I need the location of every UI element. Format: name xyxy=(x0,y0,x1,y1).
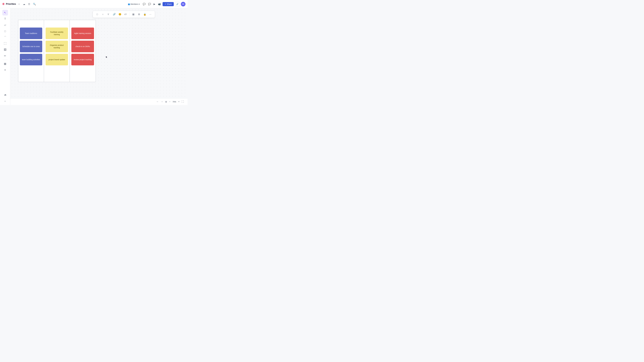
floating-toolbar: □ ○ T↑ 🔗 😊 🏷 ▦ ⊞ 🔒 ··· xyxy=(93,11,155,18)
share-button[interactable]: ↗ Share xyxy=(162,2,174,6)
cloud-icon: ☁ xyxy=(4,93,6,96)
presentation-button[interactable]: 💬 xyxy=(147,2,152,6)
sidebar-bottom: ☁ ⌄ xyxy=(2,92,8,103)
sidebar-tool-sticky[interactable]: ▱ xyxy=(2,22,8,28)
history-button[interactable]: ☁ xyxy=(22,2,26,6)
card-review-tracking[interactable]: review project tracking xyxy=(71,54,94,65)
play-button[interactable]: ▶ xyxy=(153,2,156,6)
sidebar-tool-image[interactable]: 🖼 xyxy=(2,47,8,52)
card-checkin-okrs[interactable]: check-in on OKRs xyxy=(71,41,94,52)
canvas[interactable]: □ ○ T↑ 🔗 😊 🏷 ▦ ⊞ 🔒 ··· xyxy=(10,8,188,105)
frame-icon: □ xyxy=(4,30,6,33)
zoom-control: − 75% + xyxy=(168,100,180,104)
comment-icon: 💬 xyxy=(143,3,146,5)
history-icon: ☁ xyxy=(23,3,25,5)
video-icon: 📹 xyxy=(158,3,161,5)
cursor xyxy=(106,56,108,58)
card-facilitate-weekly[interactable]: Facilitate weekly training xyxy=(46,27,68,39)
toolbar-lock[interactable]: 🔒 xyxy=(142,12,147,16)
card-team-traditions[interactable]: Team traditions xyxy=(20,27,42,39)
sidebar-tool-text[interactable]: T xyxy=(2,16,8,22)
kanban-column-1: Team traditions Schedule one to ones tea… xyxy=(18,20,44,82)
card-agile-training[interactable]: Agile training session xyxy=(71,27,94,39)
lock-icon: 🔒 xyxy=(143,13,146,16)
app-title: Priorities xyxy=(6,3,16,5)
crop-icon: ⛶ xyxy=(4,42,6,45)
column-1-header xyxy=(20,22,42,26)
header: ✳ Priorities ☆ ☁ ☰ 🔍 👥 Members ▾ 💬 💬 ▶ xyxy=(0,0,188,8)
table-icon: ▦ xyxy=(4,62,6,65)
presentation-icon: 💬 xyxy=(148,3,151,5)
zoom-plus-button[interactable]: + xyxy=(178,100,180,104)
toolbar-circle[interactable]: ○ xyxy=(100,12,105,16)
avatar[interactable]: CK xyxy=(181,2,186,6)
star-icon: ☆ xyxy=(18,3,20,5)
toolbar-rectangle[interactable]: □ xyxy=(95,12,100,16)
sidebar-tool-pen[interactable]: ✏ xyxy=(2,53,8,59)
fullscreen-button[interactable]: ⛶ xyxy=(181,100,184,104)
tag-icon: 🏷 xyxy=(124,13,127,16)
redo-button[interactable]: → xyxy=(160,100,164,104)
kanban-board: Team traditions Schedule one to ones tea… xyxy=(18,20,96,82)
toolbar-text[interactable]: T↑ xyxy=(106,12,111,16)
video-button[interactable]: 📹 xyxy=(157,2,162,6)
sidebar-tool-frame[interactable]: □ xyxy=(2,28,8,34)
redo-icon: → xyxy=(161,100,163,103)
emoji-icon: 😊 xyxy=(118,13,121,16)
column-3-header xyxy=(71,22,94,26)
more-icon: ··· xyxy=(150,13,151,16)
grid-icon: ▦ xyxy=(132,13,134,16)
undo-icon: ← xyxy=(156,100,159,103)
toolbar-more[interactable]: ··· xyxy=(148,12,153,16)
toolbar-link[interactable]: 🔗 xyxy=(112,12,116,16)
link-tool-icon: 🔗 xyxy=(113,13,116,16)
pen-icon: ✏ xyxy=(4,54,6,57)
home-view-button[interactable]: ⊕ xyxy=(164,100,168,104)
sticky-icon: ▱ xyxy=(4,23,6,26)
select-icon: ↖ xyxy=(4,11,6,14)
comment-button[interactable]: 💬 xyxy=(142,2,146,6)
zoom-level: 75% xyxy=(172,101,177,103)
avatar-initials: CK xyxy=(182,3,184,5)
header-right: 👥 Members ▾ 💬 💬 ▶ 📹 ↗ Share 🔗 CK xyxy=(126,2,186,6)
members-chevron-icon: ▾ xyxy=(139,3,140,5)
star-button[interactable]: ☆ xyxy=(17,2,21,6)
members-button[interactable]: 👥 Members ▾ xyxy=(126,2,141,6)
toolbar-tag[interactable]: 🏷 xyxy=(123,12,128,16)
toolbar-emoji[interactable]: 😊 xyxy=(118,12,122,16)
collapse-icon: ⌄ xyxy=(4,99,6,102)
sidebar-tool-table[interactable]: ▦ xyxy=(2,61,8,66)
search-icon: 🔍 xyxy=(33,3,36,5)
undo-button[interactable]: ← xyxy=(156,100,159,104)
menu-button[interactable]: ☰ xyxy=(27,2,31,6)
link-icon: 🔗 xyxy=(176,3,178,5)
sidebar-tool-collapse[interactable]: ⌄ xyxy=(2,98,8,103)
card-organize-backlog[interactable]: Organize product backlog xyxy=(46,41,68,52)
card-team-building[interactable]: team building activities xyxy=(20,54,42,65)
bottom-bar: ← → ⊕ − 75% + ⛶ xyxy=(10,98,188,105)
sidebar-tool-cloud[interactable]: ☁ xyxy=(2,92,8,97)
sidebar-tool-select[interactable]: ↖ xyxy=(2,10,8,15)
sidebar-tool-curve[interactable]: ⌒ xyxy=(2,34,8,40)
column-2-header xyxy=(46,22,68,26)
image-icon: 🖼 xyxy=(4,48,6,51)
sidebar-divider xyxy=(2,60,8,60)
sidebar-tool-lines[interactable]: ≡ xyxy=(2,67,8,73)
card-project-brand[interactable]: project brand update xyxy=(46,54,68,65)
toolbar-grid[interactable]: ▦ xyxy=(131,12,136,16)
search-button[interactable]: 🔍 xyxy=(32,2,36,6)
text-icon: T xyxy=(4,17,6,20)
zoom-minus-icon: − xyxy=(169,100,170,103)
link-button[interactable]: 🔗 xyxy=(175,2,180,6)
circle-icon: ○ xyxy=(102,13,104,16)
lines-icon: ≡ xyxy=(4,68,6,71)
zoom-minus-button[interactable]: − xyxy=(168,100,171,104)
play-icon: ▶ xyxy=(154,3,155,5)
sidebar-tool-crop[interactable]: ⛶ xyxy=(2,41,8,46)
table2-icon: ⊞ xyxy=(138,13,140,16)
members-label: Members xyxy=(130,3,138,5)
card-schedule-one-to-ones[interactable]: Schedule one to ones xyxy=(20,41,42,52)
share-label: Share xyxy=(167,3,172,5)
toolbar-table2[interactable]: ⊞ xyxy=(137,12,142,16)
fullscreen-icon: ⛶ xyxy=(182,100,184,103)
